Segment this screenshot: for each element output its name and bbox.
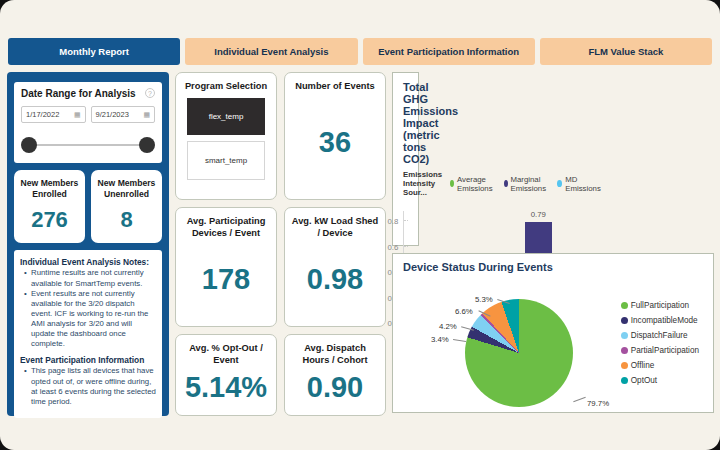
legend-item-partialparticipation: PartialParticipation xyxy=(621,346,699,355)
tab-flm-value-stack[interactable]: FLM Value Stack xyxy=(540,38,712,65)
start-date-value: 1/17/2022 xyxy=(26,110,59,119)
start-date-input[interactable]: 1/17/2022 ▦ xyxy=(21,106,86,123)
kpi-value: 178 xyxy=(181,239,271,319)
calendar-icon[interactable]: ▦ xyxy=(74,111,81,119)
kpi-title: Number of Events xyxy=(290,80,380,92)
legend-item-marginal-emissions: Marginal Emissions xyxy=(504,175,550,193)
legend-dot-icon xyxy=(621,302,628,309)
ghg-emissions-title: Total GHG Emissions Impact (metric tons … xyxy=(403,81,408,165)
notes-panel: Individual Event Analysis Notes: Runtime… xyxy=(14,250,162,418)
note-bullet: Event results are not currently availabl… xyxy=(24,289,156,350)
slider-handle-end[interactable] xyxy=(139,137,155,153)
bar-data-label: 0.79 xyxy=(525,210,552,219)
device-status-pie-area: 5.3% 6.6% 4.2% 3.4% 79.7% FullParticipat… xyxy=(403,273,703,405)
legend-label: Offline xyxy=(631,361,655,370)
pie-label-incompatiblemode: 3.4% xyxy=(431,335,449,344)
kpi-title: Avg. % Opt-Out / Event xyxy=(181,342,271,366)
legend-label: Marginal Emissions xyxy=(511,175,550,193)
kpi-title: Avg. Dispatch Hours / Cohort xyxy=(290,342,380,366)
device-status-panel: Device Status During Events 5.3% 6.6% 4.… xyxy=(392,253,714,413)
pie-callout-line xyxy=(453,339,466,342)
dashboard-page: Monthly Report Individual Event Analysis… xyxy=(0,0,720,450)
new-members-enrolled-card: New Members Enrolled 276 xyxy=(14,170,85,243)
tab-event-participation-information[interactable]: Event Participation Information xyxy=(363,38,535,65)
legend-label: OptOut xyxy=(631,376,657,385)
legend-dot-icon xyxy=(504,180,508,187)
kpi-title: Avg. Participating Devices / Event xyxy=(181,215,271,239)
legend-item-offline: Offline xyxy=(621,361,699,370)
legend-label: DispatchFailure xyxy=(631,331,688,340)
pie-callout-line xyxy=(573,397,586,402)
sidebar: Date Range for Analysis ? 1/17/2022 ▦ 9/… xyxy=(7,72,169,416)
end-date-input[interactable]: 9/21/2023 ▦ xyxy=(91,106,156,123)
legend-dot-icon xyxy=(621,362,628,369)
ghg-emissions-legend: Emissions Intensity Sour... Average Emis… xyxy=(403,170,408,197)
date-range-card: Date Range for Analysis ? 1/17/2022 ▦ 9/… xyxy=(14,82,162,163)
kpi-avg-participating-devices: Avg. Participating Devices / Event 178 xyxy=(175,207,277,327)
note-bullet: This page lists all devices that have op… xyxy=(24,366,156,407)
legend-dot-icon xyxy=(621,332,628,339)
legend-item-dispatchfailure: DispatchFailure xyxy=(621,331,699,340)
kpi-grid: Program Selection flex_temp smart_temp N… xyxy=(175,72,386,416)
kpi-value: 0.90 xyxy=(290,366,380,408)
tab-bar: Monthly Report Individual Event Analysis… xyxy=(8,38,712,65)
pie-label-dispatchfailure: 4.2% xyxy=(439,322,457,331)
legend-title: Emissions Intensity Sour... xyxy=(403,170,442,197)
tab-individual-event-analysis[interactable]: Individual Event Analysis xyxy=(185,38,357,65)
device-status-pie xyxy=(465,299,573,407)
gridline xyxy=(404,246,408,247)
new-members-unenrolled-value: 8 xyxy=(95,207,158,233)
kpi-avg-opt-out: Avg. % Opt-Out / Event 5.14% xyxy=(175,334,277,416)
date-range-title: Date Range for Analysis xyxy=(21,88,136,99)
legend-dot-icon xyxy=(621,317,628,324)
legend-item-incompatiblemode: IncompatibleMode xyxy=(621,316,699,325)
kpi-value: 5.14% xyxy=(181,366,271,408)
tab-monthly-report[interactable]: Monthly Report xyxy=(8,38,180,65)
date-range-slider xyxy=(21,137,155,153)
legend-dot-icon xyxy=(557,180,562,187)
legend-label: MD Emissions xyxy=(565,175,602,193)
legend-label: Average Emissions xyxy=(457,175,495,193)
kpi-number-of-events: Number of Events 36 xyxy=(284,72,386,200)
gridline xyxy=(404,220,408,221)
legend-dot-icon xyxy=(450,180,454,187)
note-bullet: Runtime results are not currently availa… xyxy=(24,268,156,288)
help-icon[interactable]: ? xyxy=(145,88,155,98)
legend-dot-icon xyxy=(621,347,628,354)
program-option-smart-temp[interactable]: smart_temp xyxy=(187,141,265,180)
device-status-title: Device Status During Events xyxy=(403,261,703,273)
end-date-value: 9/21/2023 xyxy=(96,110,129,119)
new-members-unenrolled-card: New Members Unenrolled 8 xyxy=(91,170,162,243)
pie-label-optout: 5.3% xyxy=(475,295,493,304)
legend-label: IncompatibleMode xyxy=(631,316,698,325)
kpi-value: 0.98 xyxy=(290,239,380,319)
new-members-enrolled-title: New Members Enrolled xyxy=(18,178,81,199)
legend-item-fullparticipation: FullParticipation xyxy=(621,301,699,310)
kpi-avg-dispatch-hours: Avg. Dispatch Hours / Cohort 0.90 xyxy=(284,334,386,416)
slider-handle-start[interactable] xyxy=(21,137,37,153)
ghg-emissions-panel: Total GHG Emissions Impact (metric tons … xyxy=(392,72,419,246)
legend-item-average-emissions: Average Emissions xyxy=(450,175,496,193)
pie-label-fullparticipation: 79.7% xyxy=(587,399,609,408)
legend-dot-icon xyxy=(621,377,628,384)
device-status-legend: FullParticipationIncompatibleModeDispatc… xyxy=(621,301,699,385)
program-option-flex-temp[interactable]: flex_temp xyxy=(187,98,265,135)
kpi-title: Avg. kW Load Shed / Device xyxy=(290,215,380,239)
new-members-enrolled-value: 276 xyxy=(18,207,81,233)
program-selection-title: Program Selection xyxy=(181,80,271,92)
kpi-avg-kw-load-shed: Avg. kW Load Shed / Device 0.98 xyxy=(284,207,386,327)
legend-label: PartialParticipation xyxy=(631,346,699,355)
legend-label: FullParticipation xyxy=(631,301,689,310)
y-tick-label: 0.8 xyxy=(387,217,398,226)
program-selection-card: Program Selection flex_temp smart_temp xyxy=(175,72,277,200)
calendar-icon[interactable]: ▦ xyxy=(143,111,150,119)
slider-track[interactable] xyxy=(27,144,149,146)
notes-section1-title: Individual Event Analysis Notes: xyxy=(20,257,156,267)
legend-item-md-emissions: MD Emissions xyxy=(557,175,603,193)
y-tick-label: 0.6 xyxy=(387,242,398,251)
new-members-unenrolled-title: New Members Unenrolled xyxy=(95,178,158,199)
notes-section2-title: Event Participation Information xyxy=(20,355,156,365)
legend-item-optout: OptOut xyxy=(621,376,699,385)
kpi-value: 36 xyxy=(290,92,380,192)
pie-label-offline: 6.6% xyxy=(455,307,473,316)
